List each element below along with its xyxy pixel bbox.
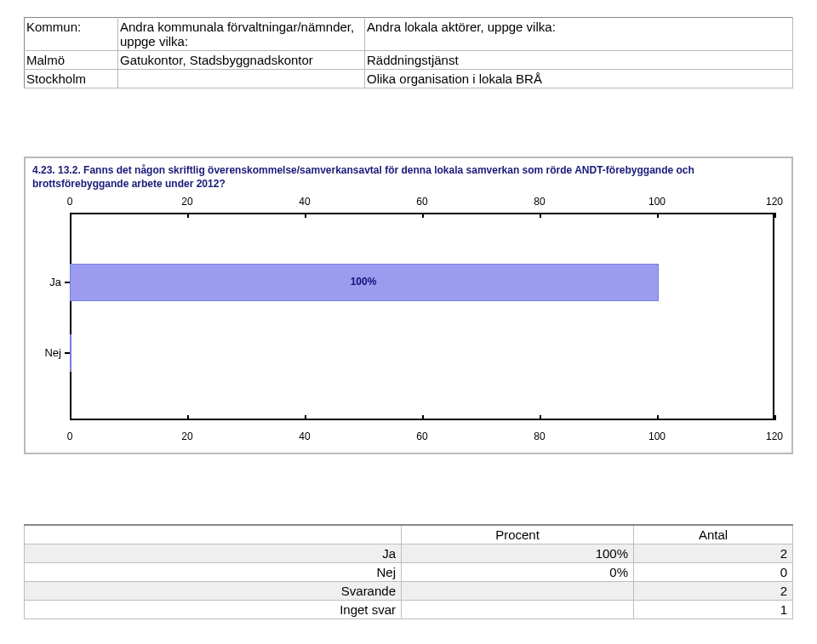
row-procent: 100%: [402, 544, 634, 563]
cell-kommun: Malmö: [25, 51, 118, 70]
y-category-label: Ja: [49, 275, 61, 288]
table-row: Inget svar 1: [25, 601, 793, 619]
row-label: Ja: [25, 544, 402, 563]
header-col3: Andra lokala aktörer, uppge vilka:: [365, 18, 793, 51]
cell-col2: Gatukontor, Stadsbyggnadskontor: [118, 51, 365, 70]
row-antal: 1: [634, 601, 793, 619]
row-antal: 2: [634, 582, 793, 601]
tick-label: 20: [181, 430, 192, 442]
header-procent: Procent: [402, 525, 634, 544]
cell-kommun: Stockholm: [25, 70, 118, 88]
axis-ticks-top: 0 20 40 60 80 100 120: [70, 196, 774, 211]
axis-y-labels: Ja Nej: [32, 213, 66, 420]
y-category-label: Nej: [44, 345, 61, 358]
table-row: Ja 100% 2: [25, 544, 793, 563]
table-row: Malmö Gatukontor, Stadsbyggnadskontor Rä…: [25, 51, 793, 70]
header-antal: Antal: [634, 525, 793, 544]
tick-label: 20: [181, 196, 192, 208]
bar-nej: [70, 334, 71, 372]
cell-col3: Olika organisation i lokala BRÅ: [365, 70, 793, 88]
tick-label: 60: [416, 430, 427, 442]
header-kommun: Kommun:: [25, 18, 118, 51]
header-blank: [25, 525, 402, 544]
cell-col3: Räddningstjänst: [365, 51, 793, 70]
tick-label: 0: [67, 196, 73, 208]
tick-label: 100: [648, 196, 666, 208]
table-row: Nej 0% 0: [25, 563, 793, 582]
tick-label: 60: [416, 196, 427, 208]
row-procent: [402, 601, 634, 619]
tick-label: 0: [67, 430, 73, 442]
tick-label: 120: [766, 196, 783, 208]
chart-area: 0 20 40 60 80 100 120 Ja Nej: [32, 194, 785, 449]
axis-line: [70, 213, 71, 420]
axis-ticks-bottom: 0 20 40 60 80 100 120: [70, 432, 774, 447]
table-row: Procent Antal: [25, 525, 793, 544]
table-row: Kommun: Andra kommunala förvaltningar/nä…: [25, 18, 793, 51]
chart-title: 4.23. 13.2. Fanns det någon skriftlig öv…: [32, 163, 785, 191]
top-table: Kommun: Andra kommunala förvaltningar/nä…: [24, 17, 793, 88]
row-antal: 0: [634, 563, 793, 582]
axis-line: [773, 213, 774, 420]
tick-label: 80: [534, 196, 545, 208]
row-label: Nej: [25, 563, 402, 582]
tick-label: 40: [299, 196, 310, 208]
bar-label: 100%: [351, 276, 377, 288]
chart-plot: 100%: [70, 213, 774, 420]
row-antal: 2: [634, 544, 793, 563]
tick-label: 120: [766, 430, 783, 442]
chart-container: 4.23. 13.2. Fanns det någon skriftlig öv…: [24, 157, 793, 454]
tick-label: 100: [648, 430, 666, 442]
tick-label: 40: [299, 430, 310, 442]
row-procent: [402, 582, 634, 601]
row-label: Inget svar: [25, 601, 402, 619]
cell-col2: [118, 70, 365, 88]
header-col2: Andra kommunala förvaltningar/nämnder, u…: [118, 18, 365, 51]
row-procent: 0%: [402, 563, 634, 582]
tick-label: 80: [534, 430, 545, 442]
table-row: Svarande 2: [25, 582, 793, 601]
results-table: Procent Antal Ja 100% 2 Nej 0% 0 Svarand…: [24, 524, 793, 619]
table-row: Stockholm Olika organisation i lokala BR…: [25, 70, 793, 88]
row-label: Svarande: [25, 582, 402, 601]
